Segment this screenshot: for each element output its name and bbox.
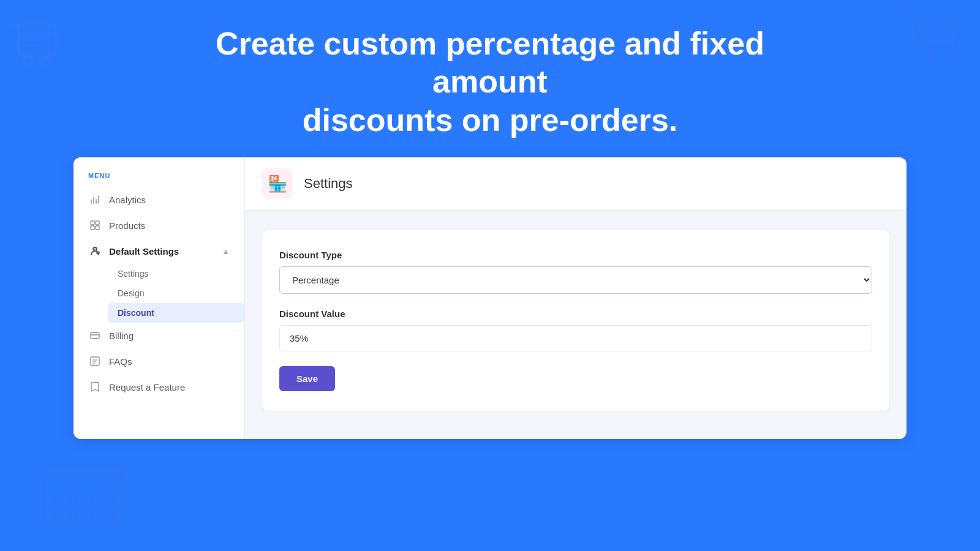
svg-rect-5 [21,44,40,47]
sidebar-item-faqs[interactable]: FAQs [74,348,244,374]
svg-point-21 [94,249,96,250]
svg-rect-19 [96,226,99,230]
sidebar: MENU Analytics Products [74,157,245,439]
faqs-icon [88,354,102,368]
svg-rect-12 [98,490,113,506]
hero-section: Create custom percentage and fixed amoun… [0,0,980,157]
submenu-item-settings[interactable]: Settings [108,264,244,283]
products-label: Products [109,220,145,231]
svg-point-7 [944,50,954,60]
settings-header: 🏪 Settings [245,157,907,211]
deco-icon-topleft [12,12,74,88]
sidebar-item-analytics[interactable]: Analytics [74,187,244,212]
discount-value-group: Discount Value [279,309,872,351]
submenu-default-settings: Settings Design Discount [74,264,244,323]
app-card: MENU Analytics Products [74,157,907,439]
hero-title: Create custom percentage and fixed amoun… [214,24,766,139]
request-feature-label: Request a Feature [109,382,185,392]
billing-icon [88,329,102,342]
svg-rect-11 [77,490,92,506]
discount-type-label: Discount Type [279,250,872,260]
main-content: 🏪 Settings Discount Type Percentage Fixe… [245,157,907,439]
sidebar-item-default-settings[interactable]: Default Settings ▲ [74,238,244,264]
discount-value-input[interactable] [279,325,872,351]
products-icon [88,219,102,232]
svg-rect-15 [98,512,113,524]
submenu-item-discount[interactable]: Discount [108,303,244,323]
deco-icon-bottomleft [37,451,129,533]
svg-rect-16 [91,221,94,225]
billing-label: Billing [109,331,134,341]
deco-cart-topright [894,6,968,70]
svg-rect-18 [91,226,94,230]
chevron-up-icon: ▲ [222,247,230,256]
svg-rect-10 [55,490,70,506]
svg-rect-25 [91,357,99,365]
discount-value-label: Discount Value [279,309,872,319]
svg-rect-23 [91,332,99,339]
request-feature-icon [88,380,102,394]
form-area: Discount Type Percentage Fixed Amount Di… [245,211,907,430]
store-icon: 🏪 [268,174,287,193]
sidebar-item-billing[interactable]: Billing [74,323,244,348]
default-settings-icon [88,244,102,258]
form-card: Discount Type Percentage Fixed Amount Di… [262,230,889,411]
svg-point-2 [41,56,51,66]
analytics-icon [88,193,102,206]
discount-type-group: Discount Type Percentage Fixed Amount [279,250,872,294]
svg-rect-13 [55,512,70,524]
faqs-label: FAQs [109,356,132,367]
sidebar-item-products[interactable]: Products [74,212,244,238]
submenu-item-design[interactable]: Design [108,283,244,303]
settings-icon-box: 🏪 [262,168,293,199]
svg-rect-14 [77,512,92,524]
save-button[interactable]: Save [279,366,335,391]
analytics-label: Analytics [109,195,146,205]
settings-title: Settings [304,176,353,192]
menu-label: MENU [74,172,244,187]
svg-rect-17 [96,221,99,225]
default-settings-label: Default Settings [109,246,179,257]
sidebar-item-request-feature[interactable]: Request a Feature [74,374,244,400]
svg-point-1 [23,56,32,66]
svg-rect-4 [21,38,46,41]
svg-point-6 [923,50,933,60]
discount-type-select[interactable]: Percentage Fixed Amount [279,266,872,294]
